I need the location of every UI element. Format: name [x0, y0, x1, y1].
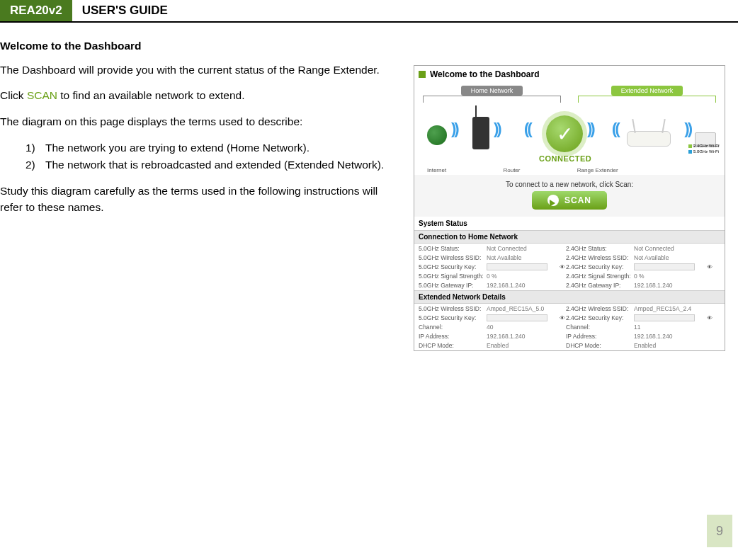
- kv-label: 2.4GHz Wireless SSID:: [566, 254, 634, 261]
- eye-icon[interactable]: 👁: [706, 315, 713, 321]
- home-connection-header: Connection to Home Network: [414, 230, 725, 244]
- list-text: The network you are trying to extend (Ho…: [45, 139, 310, 156]
- eye-icon[interactable]: 👁: [706, 264, 713, 270]
- kv-label: 5.0GHz Gateway IP:: [419, 282, 487, 289]
- kv-value: 192.168.1.240: [634, 282, 706, 289]
- wifi-waves-icon: )): [451, 120, 458, 138]
- connected-label: CONNECTED: [539, 154, 591, 163]
- device-labels: Internet Router Range Extender: [414, 167, 725, 173]
- kv-value: Not Available: [634, 254, 706, 261]
- kv-label: 5.0GHz Signal Strength:: [419, 273, 487, 280]
- legend-swatch-5: [688, 150, 692, 154]
- kv-value: Enabled: [487, 342, 559, 349]
- password-field[interactable]: [487, 263, 547, 270]
- kv-value: 0 %: [634, 273, 706, 280]
- intro-paragraph: The Dashboard will provide you with the …: [0, 62, 397, 78]
- list-text: The network that is rebroadcasted and ex…: [45, 156, 384, 173]
- section-title: Welcome to the Dashboard: [0, 40, 738, 52]
- password-field[interactable]: [634, 314, 695, 321]
- eye-icon[interactable]: 👁: [559, 264, 566, 270]
- wifi-waves-icon: )): [526, 120, 533, 138]
- wifi-waves-icon: )): [494, 120, 500, 138]
- extended-network-tab: Extended Network: [611, 86, 683, 96]
- kv-value: 0 %: [487, 273, 559, 280]
- kv-value: 192.168.1.240: [487, 333, 559, 340]
- page-header: REA20v2 USER'S GUIDE: [0, 0, 738, 23]
- kv-label: 2.4GHz Signal Strength:: [566, 273, 634, 280]
- kv-label: 5.0GHz Security Key:: [419, 314, 487, 321]
- scan-post: to find an available network to extend.: [57, 89, 245, 101]
- kv-label: 2.4GHz Gateway IP:: [566, 282, 634, 289]
- home-network-tab: Home Network: [461, 86, 523, 96]
- extender-label: Range Extender: [577, 167, 618, 173]
- kv-label: 2.4GHz Security Key:: [566, 314, 634, 321]
- kv-label: 2.4GHz Security Key:: [566, 263, 634, 270]
- kv-value: 11: [634, 324, 706, 331]
- study-paragraph: Study this diagram carefully as the term…: [0, 183, 397, 215]
- brand-label: REA20v2: [0, 0, 72, 21]
- eye-icon[interactable]: 👁: [559, 315, 566, 321]
- list-marker: 1): [25, 139, 45, 156]
- wifi-legend: 2.4GHz Wi-Fi 5.0GHz Wi-Fi: [688, 144, 719, 155]
- legend-5-label: 5.0GHz Wi-Fi: [693, 149, 719, 155]
- legend-swatch-24: [688, 144, 692, 148]
- kv-label: 5.0GHz Wireless SSID:: [419, 305, 487, 312]
- kv-value: Not Available: [487, 254, 559, 261]
- dashboard-title-row: Welcome to the Dashboard: [414, 66, 725, 83]
- extender-icon: [627, 131, 671, 147]
- wifi-waves-icon: )): [614, 120, 620, 138]
- kv-label: Channel:: [419, 324, 487, 331]
- kv-label: 2.4GHz Status:: [566, 245, 634, 252]
- extended-bracket: [578, 96, 716, 103]
- play-icon: [547, 195, 559, 206]
- extended-details-header: Extended Network Details: [414, 290, 725, 304]
- dashboard-title: Welcome to the Dashboard: [430, 69, 539, 79]
- connect-prompt: To connect to a new network, click Scan:: [414, 181, 725, 188]
- internet-label: Internet: [427, 167, 446, 173]
- kv-label: DHCP Mode:: [566, 342, 634, 349]
- scan-paragraph: Click SCAN to find an available network …: [0, 88, 397, 103]
- home-bracket: [423, 96, 561, 103]
- kv-value: Not Connected: [487, 245, 559, 252]
- kv-label: Channel:: [566, 324, 634, 331]
- kv-value: Amped_REC15A_2.4: [634, 305, 706, 312]
- guide-title: USER'S GUIDE: [72, 0, 178, 21]
- kv-value: 40: [487, 324, 559, 331]
- password-field[interactable]: [634, 263, 695, 270]
- wifi-waves-icon: )): [587, 120, 594, 138]
- scan-button-label: SCAN: [564, 195, 591, 205]
- kv-value: 192.168.1.240: [634, 333, 706, 340]
- scan-pre: Click: [0, 89, 27, 101]
- diagram-intro: The diagram on this page displays the te…: [0, 114, 397, 130]
- kv-label: IP Address:: [566, 333, 634, 340]
- network-bracket-row: Home Network Extended Network: [414, 83, 725, 103]
- kv-label: 5.0GHz Status:: [419, 245, 487, 252]
- kv-label: DHCP Mode:: [419, 342, 487, 349]
- system-status-heading: System Status: [414, 217, 725, 230]
- kv-value: 192.168.1.240: [487, 282, 559, 289]
- wifi-waves-icon: )): [684, 120, 691, 138]
- page-number: 9: [707, 515, 732, 547]
- legend-24-label: 2.4GHz Wi-Fi: [693, 144, 719, 149]
- router-icon: [472, 117, 489, 149]
- kv-label: 5.0GHz Wireless SSID:: [419, 254, 487, 261]
- scan-keyword: SCAN: [27, 89, 57, 101]
- network-diagram: )) )) )) ✓ CONNECTED )) )) )) 2.4GHz Wi-…: [414, 103, 725, 175]
- router-label: Router: [503, 167, 520, 173]
- home-network-table: 5.0GHz Status:Not Connected 2.4GHz Statu…: [414, 244, 725, 290]
- check-icon: ✓: [546, 115, 583, 152]
- kv-label: 5.0GHz Security Key:: [419, 263, 487, 270]
- kv-label: 2.4GHz Wireless SSID:: [566, 305, 634, 312]
- connect-prompt-row: To connect to a new network, click Scan:…: [414, 175, 725, 217]
- square-icon: [419, 71, 426, 78]
- kv-label: IP Address:: [419, 333, 487, 340]
- dashboard-screenshot: Welcome to the Dashboard Home Network Ex…: [414, 65, 725, 351]
- kv-value: Amped_REC15A_5.0: [487, 305, 559, 312]
- password-field[interactable]: [487, 314, 547, 321]
- list-marker: 2): [25, 156, 45, 173]
- globe-icon: [427, 125, 447, 145]
- kv-value: Enabled: [634, 342, 706, 349]
- extended-network-table: 5.0GHz Wireless SSID:Amped_REC15A_5.0 2.…: [414, 304, 725, 350]
- kv-value: Not Connected: [634, 245, 706, 252]
- scan-button[interactable]: SCAN: [532, 191, 607, 210]
